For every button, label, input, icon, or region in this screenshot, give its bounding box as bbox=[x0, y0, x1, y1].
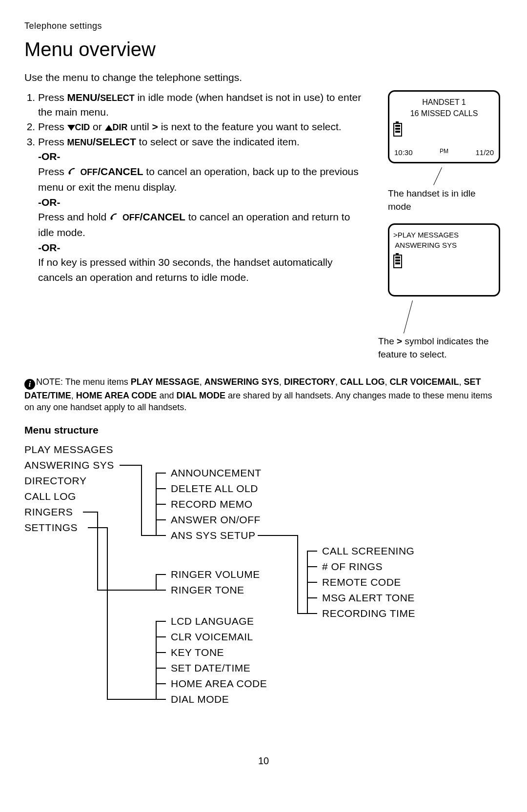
text: OFF bbox=[120, 213, 140, 222]
or-label: -OR- bbox=[38, 240, 368, 255]
text: DIR bbox=[113, 122, 128, 132]
menu-item: SET DATE/TIME bbox=[171, 660, 267, 676]
menu-item: ANNOUNCEMENT bbox=[171, 465, 262, 481]
info-icon: i bbox=[24, 379, 35, 390]
menu-item: CALL SCREENING bbox=[322, 543, 415, 559]
step-3-alt3: If no key is pressed within 30 seconds, … bbox=[38, 255, 368, 285]
menu-item: CLR VOICEMAIL bbox=[171, 629, 267, 645]
menu-item: CALL LOG bbox=[24, 489, 114, 504]
text: Press and hold bbox=[38, 211, 109, 222]
text: The menu items bbox=[65, 377, 131, 387]
menu-item: ANS SYS SETUP bbox=[171, 528, 262, 543]
step-2: Press CID or DIR until > is next to the … bbox=[38, 119, 368, 134]
menu-tree: PLAY MESSAGES ANSWERING SYS DIRECTORY CA… bbox=[24, 442, 503, 734]
menu-item: DIAL MODE bbox=[171, 692, 267, 707]
illustrations-column: HANDSET 1 16 MISSED CALLS 10:30 PM 11/20… bbox=[378, 90, 503, 371]
menu-item: ANSWERING SYS bbox=[24, 457, 114, 473]
menu-item: ANSWER ON/OFF bbox=[171, 512, 262, 528]
menu-col2c: LCD LANGUAGE CLR VOICEMAIL KEY TONE SET … bbox=[171, 614, 267, 707]
lcd-idle-screen: HANDSET 1 16 MISSED CALLS 10:30 PM 11/20 bbox=[388, 90, 500, 163]
menu-col1: PLAY MESSAGES ANSWERING SYS DIRECTORY CA… bbox=[24, 442, 114, 535]
text: HOME AREA CODE bbox=[76, 391, 157, 400]
text: is next to the feature you want to selec… bbox=[158, 121, 342, 132]
text: DIRECTORY bbox=[284, 377, 335, 387]
page-number: 10 bbox=[24, 754, 503, 768]
header-label: Telephone settings bbox=[24, 20, 503, 32]
lcd-line: ANSWERING SYS bbox=[393, 240, 495, 251]
text: CID bbox=[75, 122, 90, 132]
text: , bbox=[279, 377, 284, 387]
lcd-line: >PLAY MESSAGES bbox=[393, 230, 495, 240]
note-block: iNOTE: The menu items PLAY MESSAGE, ANSW… bbox=[24, 376, 503, 414]
text: , bbox=[200, 377, 204, 387]
menu-item: RINGER VOLUME bbox=[171, 567, 260, 582]
text: > bbox=[152, 121, 158, 132]
menu-col2b: RINGER VOLUME RINGER TONE bbox=[171, 567, 260, 598]
text: MENU bbox=[67, 138, 93, 147]
text: Press bbox=[38, 166, 67, 177]
text: The bbox=[378, 336, 397, 346]
menu-item: SETTINGS bbox=[24, 520, 114, 535]
text: to select or save the indicated item. bbox=[136, 136, 300, 147]
lcd-time: 10:30 bbox=[394, 147, 413, 158]
step-3-alt1: Press OFF/CANCEL to cancel an operation,… bbox=[38, 164, 368, 195]
menu-col2a: ANNOUNCEMENT DELETE ALL OLD RECORD MEMO … bbox=[171, 465, 262, 543]
lcd-ampm: PM bbox=[440, 147, 448, 158]
lcd-line: HANDSET 1 bbox=[393, 97, 495, 108]
text: or bbox=[90, 121, 104, 132]
step-3-alt2: Press and hold OFF/CANCEL to cancel an o… bbox=[38, 210, 368, 240]
text: and bbox=[157, 391, 176, 400]
menu-item: REMOTE CODE bbox=[322, 574, 415, 590]
text: SELECT bbox=[100, 93, 134, 103]
lcd-date: 11/20 bbox=[475, 147, 494, 158]
menu-item: RECORDING TIME bbox=[322, 606, 415, 621]
text: CLR VOICEMAIL bbox=[390, 377, 459, 387]
text: > bbox=[397, 336, 402, 346]
menu-item: # OF RINGS bbox=[322, 559, 415, 574]
phone-icon bbox=[67, 165, 78, 180]
text: Press bbox=[38, 136, 67, 147]
menu-structure-title: Menu structure bbox=[24, 423, 503, 437]
menu-item: DIRECTORY bbox=[24, 473, 114, 489]
lcd-menu-screen: >PLAY MESSAGES ANSWERING SYS bbox=[388, 223, 500, 297]
menu-col3: CALL SCREENING # OF RINGS REMOTE CODE MS… bbox=[322, 543, 415, 621]
step-1: Press MENU/SELECT in idle mode (when han… bbox=[38, 90, 368, 120]
step-3: Press MENU/SELECT to select or save the … bbox=[38, 135, 368, 285]
menu-item: RINGER TONE bbox=[171, 582, 260, 598]
battery-icon bbox=[393, 123, 402, 137]
menu-item: PLAY MESSAGES bbox=[24, 442, 114, 457]
menu-item: RECORD MEMO bbox=[171, 496, 262, 512]
or-label: -OR- bbox=[38, 195, 368, 210]
text: Press bbox=[38, 121, 67, 132]
up-triangle-icon bbox=[105, 125, 113, 131]
menu-item: RINGERS bbox=[24, 504, 114, 520]
intro-text: Use the menu to change the telephone set… bbox=[24, 70, 503, 85]
battery-icon bbox=[393, 255, 402, 268]
menu-item: HOME AREA CODE bbox=[171, 676, 267, 692]
text: CALL LOG bbox=[340, 377, 385, 387]
text: , bbox=[385, 377, 390, 387]
text: , bbox=[71, 391, 76, 400]
text: , bbox=[459, 377, 464, 387]
menu-item: MSG ALERT TONE bbox=[322, 590, 415, 606]
instructions-column: Press MENU/SELECT in idle mode (when han… bbox=[24, 90, 378, 285]
lcd-line: 16 MISSED CALLS bbox=[393, 108, 495, 119]
text: until bbox=[127, 121, 152, 132]
or-label: -OR- bbox=[38, 149, 368, 164]
down-triangle-icon bbox=[67, 125, 75, 131]
text: NOTE: bbox=[36, 377, 63, 387]
text: /CANCEL bbox=[98, 166, 143, 177]
text: , bbox=[335, 377, 340, 387]
menu-item: LCD LANGUAGE bbox=[171, 614, 267, 629]
text: DIAL MODE bbox=[176, 391, 225, 400]
page-title: Menu overview bbox=[24, 35, 503, 63]
menu-item: DELETE ALL OLD bbox=[171, 481, 262, 496]
text: Press bbox=[38, 92, 67, 103]
text: OFF bbox=[78, 167, 98, 177]
text: /SELECT bbox=[93, 136, 136, 147]
text: ANSWERING SYS bbox=[204, 377, 279, 387]
text: /CANCEL bbox=[140, 211, 185, 222]
text: PLAY MESSAGE bbox=[131, 377, 200, 387]
phone-icon bbox=[109, 211, 120, 225]
menu-item: KEY TONE bbox=[171, 645, 267, 660]
